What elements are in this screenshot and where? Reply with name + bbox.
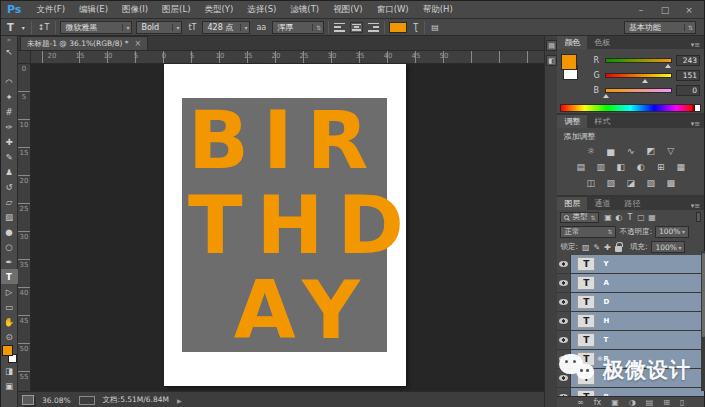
foreground-color-swatch[interactable] (561, 54, 577, 70)
tab-color[interactable]: 颜色 (557, 36, 587, 49)
screen-mode-button[interactable]: ▣ (1, 378, 18, 393)
posterize-icon[interactable]: ▨ (604, 178, 617, 188)
path-selection-tool[interactable]: ▷ (1, 284, 18, 299)
blue-slider[interactable] (605, 88, 672, 93)
foreground-color-swatch[interactable] (2, 345, 13, 356)
menu-item[interactable]: 滤镜(T) (283, 4, 326, 16)
zoom-tool[interactable]: ⊙ (1, 329, 18, 344)
canvas-page[interactable]: BIR THD AY (164, 64, 406, 386)
photo-filter-icon[interactable]: ◐ (634, 162, 647, 172)
layer-thumbnail[interactable]: T (577, 257, 595, 271)
poster-gray-block[interactable]: BIR THD AY (182, 98, 387, 352)
threshold-icon[interactable]: ◪ (624, 178, 637, 188)
font-size-select[interactable]: 428 点 ▾ (202, 21, 250, 34)
layer-row[interactable]: T Y (557, 255, 704, 274)
toolbar-collapse-icon[interactable]: » (7, 36, 11, 44)
maximize-button[interactable]: □ (658, 5, 672, 15)
adjustment-layer-icon[interactable]: ◑ (629, 398, 636, 407)
red-value-field[interactable]: 243 (676, 55, 700, 66)
crop-tool[interactable]: # (1, 104, 18, 119)
filter-pixel-icon[interactable]: ▣ (602, 213, 613, 222)
tab-close-icon[interactable]: × (135, 39, 142, 48)
link-layers-icon[interactable]: ∞ (577, 398, 584, 407)
layer-mask-icon[interactable]: ▣ (611, 398, 619, 407)
brush-tool[interactable]: ✎ (1, 149, 18, 164)
layer-thumbnail[interactable]: T (577, 295, 595, 309)
menu-item[interactable]: 视图(V) (326, 4, 369, 16)
type-tool[interactable]: T (1, 269, 18, 284)
menu-item[interactable]: 帮助(H) (416, 4, 460, 16)
quick-selection-tool[interactable]: ✦ (1, 89, 18, 104)
red-slider[interactable] (605, 58, 672, 63)
layer-row[interactable]: T A (557, 274, 704, 293)
move-tool[interactable]: ↖ (1, 44, 18, 59)
blend-mode-select[interactable]: 正常 ⇅ (560, 226, 616, 238)
history-panel-icon[interactable]: ▤ (546, 40, 557, 51)
layer-visibility-toggle[interactable] (557, 274, 571, 292)
blue-value-field[interactable]: 0 (676, 85, 700, 96)
layer-thumbnail[interactable]: T (577, 314, 595, 328)
clone-stamp-tool[interactable]: ♟ (1, 164, 18, 179)
layer-thumbnail[interactable]: T (577, 333, 595, 347)
new-layer-icon[interactable]: ⊞ (663, 398, 670, 407)
menu-item[interactable]: 图层(L) (155, 4, 197, 16)
align-left-button[interactable] (333, 22, 346, 33)
align-center-button[interactable] (350, 22, 363, 33)
color-spectrum-bar[interactable] (560, 104, 701, 112)
status-expand-icon[interactable]: ▶ (177, 397, 182, 404)
panel-menu-icon[interactable]: ▾≡ (691, 41, 704, 49)
tab-swatches[interactable]: 色板 (587, 36, 617, 49)
filter-type-icon[interactable]: T (624, 213, 635, 222)
black-white-icon[interactable]: ◧ (614, 162, 627, 172)
zoom-level-field[interactable]: 36.08% (42, 396, 71, 405)
layer-visibility-toggle[interactable] (557, 255, 571, 273)
preset-dropdown-arrow-icon[interactable]: ▾ (20, 24, 27, 31)
curves-icon[interactable]: ∿ (624, 146, 637, 156)
menu-item[interactable]: 类型(Y) (197, 4, 240, 16)
font-family-select[interactable]: 微软雅黑 ▾ (60, 21, 132, 34)
minimize-button[interactable]: – (634, 5, 648, 15)
menu-item[interactable]: 编辑(E) (72, 4, 115, 16)
green-slider[interactable] (605, 73, 672, 78)
menu-item[interactable]: 图像(I) (115, 4, 155, 16)
lock-pixels-icon[interactable]: ✎ (594, 243, 601, 252)
anti-alias-select[interactable]: 浑厚 ⇅ (272, 21, 324, 34)
filter-toggle-switch[interactable] (696, 212, 701, 222)
filter-shape-icon[interactable]: ▢ (635, 213, 646, 222)
canvas-viewport[interactable]: 201510505101520253035404550 051015202530… (18, 51, 544, 391)
lasso-tool[interactable]: ◠ (1, 74, 18, 89)
hand-tool[interactable]: ✋ (1, 314, 18, 329)
warp-text-icon[interactable]: Ʈ (411, 23, 420, 32)
properties-panel-icon[interactable]: ◧ (546, 55, 557, 66)
slider-thumb[interactable] (642, 79, 648, 83)
eyedropper-tool[interactable]: ✑ (1, 119, 18, 134)
levels-icon[interactable]: ▅ (604, 146, 617, 156)
gradient-map-icon[interactable]: ▧ (644, 178, 657, 188)
close-button[interactable]: × (682, 5, 696, 15)
green-value-field[interactable]: 151 (676, 70, 700, 81)
vertical-ruler[interactable]: 0510152025303540455055 (18, 64, 31, 391)
spectrum-white-cap[interactable] (695, 105, 700, 111)
tab-channels[interactable]: 通道 (587, 197, 617, 210)
menu-item[interactable]: 选择(S) (240, 4, 283, 16)
opacity-select[interactable]: 100% ▾ (655, 226, 689, 238)
eraser-tool[interactable]: ▱ (1, 194, 18, 209)
quick-mask-button[interactable]: ◨ (1, 363, 18, 378)
blur-tool[interactable]: ● (1, 224, 18, 239)
history-brush-tool[interactable]: ↺ (1, 179, 18, 194)
menu-item[interactable]: 文件(F) (29, 4, 72, 16)
brightness-contrast-icon[interactable]: ☼ (584, 146, 597, 156)
color-swatch-pair[interactable] (561, 54, 587, 80)
text-orientation-icon[interactable]: ↕T (36, 23, 52, 32)
document-icon[interactable] (22, 395, 34, 405)
layer-filter-select[interactable]: 类型 ⇅ (560, 212, 599, 223)
font-style-select[interactable]: Bold ▾ (136, 21, 182, 34)
hue-saturation-icon[interactable]: ▤ (574, 162, 587, 172)
layer-visibility-toggle[interactable] (557, 312, 571, 330)
foreground-background-colors[interactable] (2, 345, 17, 363)
healing-brush-tool[interactable]: ✚ (1, 134, 18, 149)
fill-select[interactable]: 100% ▾ (651, 241, 685, 253)
layer-row[interactable]: T D (557, 293, 704, 312)
dodge-tool[interactable]: ○ (1, 239, 18, 254)
slider-thumb[interactable] (665, 64, 671, 68)
